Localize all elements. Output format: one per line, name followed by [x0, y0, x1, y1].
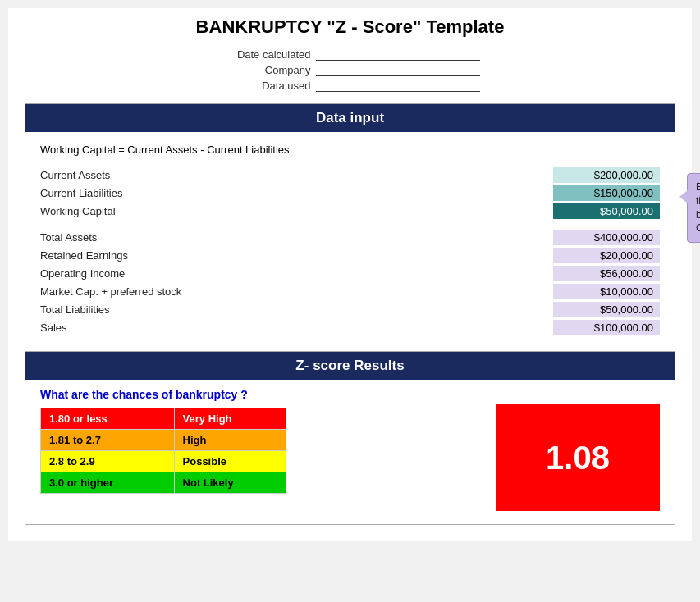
risk-range-red: 1.80 or less [41, 408, 175, 430]
working-capital-row: Working Capital $50,000.00 [40, 203, 660, 219]
header-fields: Date calculated Company Data used [25, 48, 675, 92]
risk-row-orange: 1.81 to 2.7 High [41, 430, 286, 451]
risk-table: 1.80 or less Very High 1.81 to 2.7 High … [40, 408, 286, 494]
current-liabilities-row: Current Liabilities $150,000.00 [40, 185, 660, 201]
risk-row-yellow: 2.8 to 2.9 Possible [41, 451, 286, 472]
operating-income-row: Operating Income $56,000.00 [40, 266, 660, 281]
risk-label-yellow: Possible [174, 451, 286, 472]
risk-label-green: Not Likely [174, 472, 286, 494]
data-used-field-row: Data used [221, 79, 480, 92]
date-underline[interactable] [316, 48, 480, 61]
working-capital-value: $50,000.00 [553, 203, 660, 219]
data-used-label: Data used [221, 80, 311, 92]
total-assets-row: Total Assets $400,000.00 [40, 230, 660, 245]
data-used-underline[interactable] [316, 79, 480, 92]
total-assets-label: Total Assets [40, 231, 204, 244]
risk-range-yellow: 2.8 to 2.9 [41, 451, 175, 472]
score-box: 1.08 [496, 404, 660, 511]
risk-range-orange: 1.81 to 2.7 [41, 430, 175, 451]
retained-earnings-value[interactable]: $20,000.00 [553, 248, 660, 263]
current-liabilities-value[interactable]: $150,000.00 [553, 185, 660, 201]
results-header: Z- score Results [25, 352, 675, 380]
date-label: Date calculated [221, 48, 311, 61]
total-liabilities-label: Total Liabilities [40, 303, 204, 316]
results-section: Z- score Results What are the chances of… [25, 351, 675, 524]
risk-row-red: 1.80 or less Very High [41, 408, 286, 430]
total-liabilities-row: Total Liabilities $50,000.00 [40, 302, 660, 317]
working-capital-label: Working Capital [40, 205, 204, 217]
z-score-value: 1.08 [546, 440, 610, 477]
operating-income-value[interactable]: $56,000.00 [553, 266, 660, 281]
outer-box: Data input Working Capital = Current Ass… [25, 103, 675, 525]
total-liabilities-value[interactable]: $50,000.00 [553, 302, 660, 317]
market-cap-label: Market Cap. + preferred stock [40, 285, 204, 298]
total-assets-value[interactable]: $400,000.00 [553, 230, 660, 245]
company-label: Company [221, 64, 311, 76]
spacer-1 [40, 221, 660, 230]
risk-range-green: 3.0 or higher [41, 472, 175, 494]
retained-earnings-label: Retained Earnings [40, 249, 204, 262]
page-wrapper: BANKRUPTCY "Z - Score" Template Date cal… [8, 8, 692, 541]
results-content: What are the chances of bankruptcy ? 1.8… [25, 380, 675, 524]
risk-label-orange: High [174, 430, 286, 451]
market-cap-value[interactable]: $10,000.00 [553, 284, 660, 299]
risk-row-green: 3.0 or higher Not Likely [41, 472, 286, 494]
results-left: What are the chances of bankruptcy ? 1.8… [40, 388, 479, 511]
date-field-row: Date calculated [221, 48, 480, 61]
sales-label: Sales [40, 322, 204, 334]
current-assets-value[interactable]: $200,000.00 [553, 167, 660, 183]
company-field-row: Company [221, 63, 480, 76]
tooltip-box: Enter amount in the light background Col… [687, 173, 700, 243]
operating-income-label: Operating Income [40, 267, 204, 280]
wc-formula: Working Capital = Current Assets - Curre… [40, 144, 660, 156]
current-liabilities-label: Current Liabilities [40, 187, 204, 199]
sales-row: Sales $100,000.00 [40, 320, 660, 335]
bankruptcy-question: What are the chances of bankruptcy ? [40, 388, 479, 401]
sales-value[interactable]: $100,000.00 [553, 320, 660, 335]
current-assets-label: Current Assets [40, 169, 204, 181]
data-input-section: Working Capital = Current Assets - Curre… [25, 132, 675, 351]
retained-earnings-row: Retained Earnings $20,000.00 [40, 248, 660, 263]
company-underline[interactable] [316, 63, 480, 76]
market-cap-row: Market Cap. + preferred stock $10,000.00 [40, 284, 660, 299]
data-input-header: Data input [25, 104, 675, 132]
main-title: BANKRUPTCY "Z - Score" Template [25, 16, 675, 38]
risk-label-red: Very High [174, 408, 286, 430]
current-assets-row: Current Assets $200,000.00 [40, 167, 660, 183]
